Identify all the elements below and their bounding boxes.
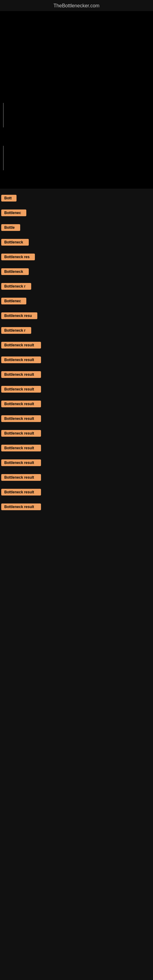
- result-item-17: Bottleneck result: [0, 430, 153, 438]
- result-badge-7[interactable]: Bottleneck r: [1, 283, 31, 290]
- page-container: TheBottlenecker.com BottBottlenecBottleB…: [0, 0, 153, 980]
- result-item-22: Bottleneck result: [0, 503, 153, 511]
- result-badge-17[interactable]: Bottleneck result: [1, 430, 41, 437]
- result-badge-15[interactable]: Bottleneck result: [1, 401, 41, 407]
- results-section: BottBottlenecBottleBottleneckBottleneck …: [0, 189, 153, 511]
- result-item-6: Bottleneck: [0, 268, 153, 276]
- result-badge-19[interactable]: Bottleneck result: [1, 460, 41, 466]
- result-item-14: Bottleneck result: [0, 386, 153, 394]
- result-item-11: Bottleneck result: [0, 342, 153, 350]
- result-item-15: Bottleneck result: [0, 401, 153, 409]
- result-badge-9[interactable]: Bottleneck resu: [1, 312, 37, 319]
- result-item-1: Bott: [0, 195, 153, 203]
- result-item-13: Bottleneck result: [0, 371, 153, 379]
- result-item-18: Bottleneck result: [0, 445, 153, 453]
- site-title: TheBottlenecker.com: [0, 0, 153, 11]
- result-badge-3[interactable]: Bottle: [1, 224, 20, 231]
- result-badge-6[interactable]: Bottleneck: [1, 268, 29, 275]
- result-badge-4[interactable]: Bottleneck: [1, 239, 29, 246]
- result-badge-5[interactable]: Bottleneck res: [1, 254, 35, 260]
- result-badge-10[interactable]: Bottleneck r: [1, 327, 31, 334]
- result-item-19: Bottleneck result: [0, 460, 153, 467]
- result-badge-22[interactable]: Bottleneck result: [1, 503, 41, 510]
- result-badge-21[interactable]: Bottleneck result: [1, 489, 41, 495]
- result-badge-14[interactable]: Bottleneck result: [1, 386, 41, 393]
- v-line-left: [3, 103, 4, 127]
- result-item-21: Bottleneck result: [0, 489, 153, 497]
- result-badge-13[interactable]: Bottleneck result: [1, 371, 41, 378]
- result-item-16: Bottleneck result: [0, 415, 153, 423]
- result-item-8: Bottlenec: [0, 298, 153, 305]
- result-badge-8[interactable]: Bottlenec: [1, 298, 26, 304]
- result-item-20: Bottleneck result: [0, 474, 153, 482]
- result-item-5: Bottleneck res: [0, 254, 153, 261]
- result-badge-12[interactable]: Bottleneck result: [1, 356, 41, 363]
- result-item-3: Bottle: [0, 224, 153, 232]
- result-item-4: Bottleneck: [0, 239, 153, 247]
- result-item-2: Bottlenec: [0, 210, 153, 218]
- result-badge-20[interactable]: Bottleneck result: [1, 474, 41, 481]
- result-item-9: Bottleneck resu: [0, 312, 153, 320]
- result-item-10: Bottleneck r: [0, 327, 153, 335]
- v-line-right: [3, 146, 4, 170]
- result-item-7: Bottleneck r: [0, 283, 153, 291]
- result-badge-2[interactable]: Bottlenec: [1, 210, 26, 216]
- result-badge-1[interactable]: Bott: [1, 195, 16, 202]
- chart-area: [0, 11, 153, 189]
- result-badge-18[interactable]: Bottleneck result: [1, 445, 41, 452]
- result-item-12: Bottleneck result: [0, 356, 153, 364]
- result-badge-11[interactable]: Bottleneck result: [1, 342, 41, 348]
- result-badge-16[interactable]: Bottleneck result: [1, 415, 41, 422]
